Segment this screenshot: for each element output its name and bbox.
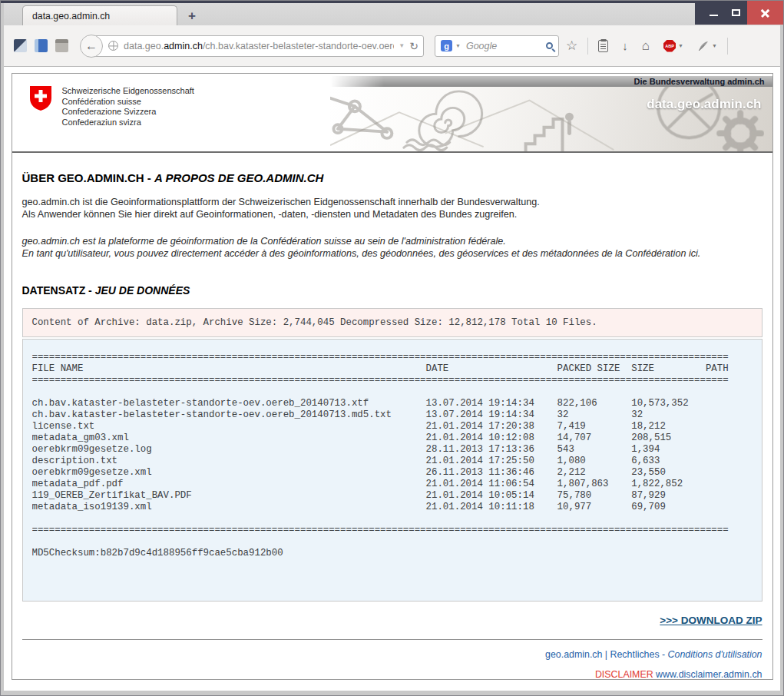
disclaimer-link[interactable]: www.disclaimer.admin.ch [653, 669, 762, 680]
url-path: /ch.bav.kataster-belasteter-standorte-oe… [203, 41, 394, 51]
addon-dropdown-icon[interactable]: ▼ [712, 43, 717, 48]
urlbar-dropdown-icon[interactable]: ▼ [399, 42, 405, 49]
bookmark-icon-2[interactable] [35, 39, 48, 52]
bookmark-icon-3[interactable] [55, 39, 68, 52]
minimize-button[interactable] [703, 1, 724, 25]
search-engine-icon[interactable]: g [441, 40, 452, 51]
confederation-logo-text: Schweizerische Eidgenossenschaft Confédé… [62, 85, 194, 128]
back-button[interactable]: ← [80, 35, 103, 58]
maximize-button[interactable] [724, 1, 747, 25]
page-header: Die Bundesverwaltung admin.ch [12, 74, 772, 153]
title-bar: data.geo.admin.ch + [4, 3, 780, 25]
close-button[interactable] [747, 1, 783, 25]
url-text: data.geo.admin.ch/ch.bav.kataster-belast… [124, 41, 394, 51]
search-input[interactable] [465, 40, 546, 52]
navigation-toolbar: ← data.geo.admin.ch/ch.bav.kataster-bela… [4, 25, 780, 67]
url-subdomain: data.geo. [124, 41, 164, 51]
archive-summary-box: Content of Archive: data.zip, Archive Si… [22, 308, 762, 337]
search-engine-dropdown-icon[interactable]: ▼ [455, 43, 461, 48]
disclaimer-label: DISCLAIMER [595, 669, 653, 680]
toolbar-separator [587, 38, 588, 55]
adblock-dropdown-icon[interactable]: ▼ [678, 43, 683, 48]
downloads-icon[interactable]: ↓ [622, 40, 628, 51]
footer-disclaimer: DISCLAIMER www.disclaimer.admin.ch [22, 669, 762, 680]
url-domain: admin.ch [164, 41, 203, 51]
addon-quill-icon [697, 40, 710, 52]
browser-window: data.geo.admin.ch + ← data.geo.admin.ch/… [0, 0, 784, 696]
addon-button[interactable]: ▼ [697, 40, 717, 52]
maximize-icon [732, 9, 740, 16]
back-icon: ← [85, 39, 98, 53]
toolbar-separator [727, 38, 728, 55]
clipboard-icon [598, 40, 608, 52]
archive-listing-box: ========================================… [22, 339, 762, 602]
page-viewport: Die Bundesverwaltung admin.ch [4, 67, 780, 691]
confederation-logo: Schweizerische Eidgenossenschaft Confédé… [29, 85, 194, 128]
footer-link-rechtliches[interactable]: Rechtliches [610, 649, 660, 660]
menu-icon[interactable] [738, 40, 752, 51]
search-bar[interactable]: g ▼ [435, 35, 559, 57]
window-controls [695, 1, 783, 25]
tab-data-geo-admin[interactable]: data.geo.admin.ch [22, 5, 177, 25]
minimize-icon [710, 15, 718, 16]
header-banner: data.geo.admin.ch [330, 87, 772, 151]
about-paragraph-de: geo.admin.ch ist die Geoinformationsplat… [22, 197, 762, 220]
footer-divider [22, 639, 762, 640]
adblock-icon: ABP [663, 40, 676, 52]
dataset-heading: DATENSATZ - JEU DE DONNÉES [22, 284, 762, 297]
globe-icon [108, 41, 118, 51]
home-icon[interactable]: ⌂ [642, 39, 650, 52]
page-content: ÜBER GEO.ADMIN.CH - A PROPOS DE GEO.ADMI… [12, 171, 772, 680]
bookmarks-menu-icon[interactable] [598, 40, 608, 52]
banner-title: data.geo.admin.ch [647, 97, 761, 112]
reload-icon[interactable]: ↻ [409, 40, 418, 52]
page-container: Die Bundesverwaltung admin.ch [12, 73, 773, 680]
adblock-button[interactable]: ABP ▼ [663, 40, 683, 52]
bookmark-star-icon[interactable]: ☆ [566, 39, 577, 52]
admin-bar-text[interactable]: Die Bundesverwaltung admin.ch [634, 77, 765, 86]
footer-links: geo.admin.ch | Rechtliches - Conditions … [22, 649, 762, 660]
archive-summary-text: Content of Archive: data.zip, Archive Si… [32, 317, 597, 328]
download-zip-link[interactable]: >>> DOWNLOAD ZIP [660, 615, 762, 626]
swiss-shield-icon [29, 85, 52, 111]
close-icon [760, 8, 770, 18]
footer-link-conditions[interactable]: Conditions d'utilisation [668, 649, 762, 660]
about-paragraph-fr: geo.admin.ch est la plateforme de géoinf… [22, 236, 762, 260]
about-heading: ÜBER GEO.ADMIN.CH - A PROPOS DE GEO.ADMI… [22, 171, 762, 184]
archive-listing: ========================================… [32, 352, 753, 559]
download-row: >>> DOWNLOAD ZIP [22, 613, 762, 627]
new-tab-button[interactable]: + [188, 11, 196, 22]
search-icon[interactable] [546, 42, 553, 49]
address-bar[interactable]: data.geo.admin.ch/ch.bav.kataster-belast… [92, 35, 424, 57]
footer-link-geoadmin[interactable]: geo.admin.ch [545, 649, 602, 660]
bookmark-icon-1[interactable] [14, 39, 27, 52]
admin-bar: Die Bundesverwaltung admin.ch [330, 76, 772, 87]
